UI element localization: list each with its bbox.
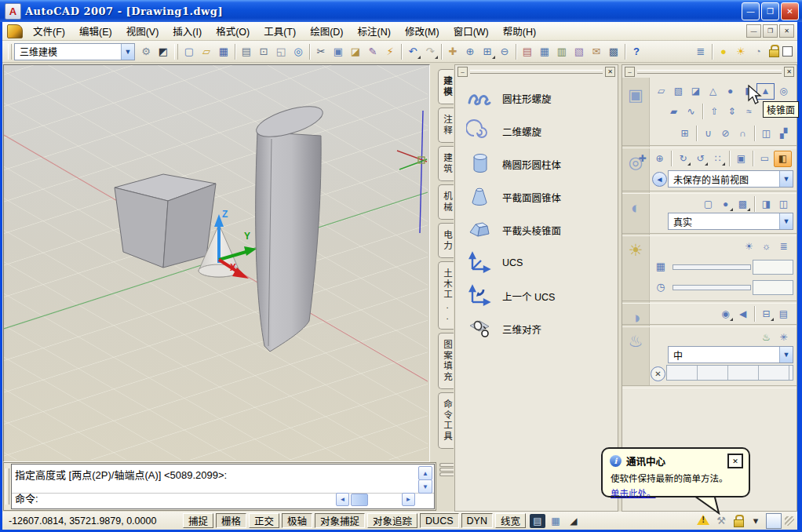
mdi-minimize-button[interactable]: — [746,24,761,38]
swivel-icon[interactable]: ↺ [692,151,709,166]
palette-item-ucs-previous[interactable]: 上一个 UCS [466,282,618,309]
tab-hatch[interactable]: 图案填充 [438,333,454,389]
light-list-icon[interactable]: ≣ [775,239,792,254]
zoom-previous-icon[interactable]: ⊖ [496,44,513,60]
toolbar-grip[interactable] [8,44,12,60]
tab-electrical[interactable]: 电力 [438,223,454,258]
face-color-mode-icon[interactable]: ▩ [735,197,751,212]
light-panel-icon[interactable]: ☀ [624,241,647,260]
chevron-down-icon[interactable]: ▼ [121,44,134,60]
palette-item-elliptical-cylinder[interactable]: 椭圆形圆柱体 [466,151,618,177]
etransmit-icon[interactable]: ◎ [290,44,307,60]
extrude-icon[interactable]: ⇧ [706,104,723,119]
palette-minimize-icon[interactable]: – [458,67,468,77]
toolbar-lock-wrench-icon[interactable]: ⚒ [714,514,728,528]
toolbar-grip[interactable] [174,44,178,60]
new-file-icon[interactable]: ▢ [180,44,198,60]
polar-toggle[interactable]: 极轴 [282,513,312,528]
intersect-icon[interactable]: ∩ [735,126,751,141]
parallel-projection-icon[interactable]: ▭ [756,151,773,166]
layer-color-swatch[interactable] [782,46,793,56]
press-pull-icon[interactable]: ⇕ [724,104,740,119]
zoom-icon[interactable]: ⊕ [651,151,668,166]
menu-help[interactable]: 帮助(H) [496,22,543,40]
visual-style-combo[interactable]: 真实 ▼ [668,213,793,230]
sun-date-slider[interactable] [673,264,751,270]
osnap-toggle[interactable]: 对象捕捉 [315,513,365,528]
menu-view[interactable]: 视图(V) [119,22,166,40]
dashboard-minimize-icon[interactable]: – [625,67,635,77]
camera-icon[interactable]: ▣ [733,151,749,166]
layout-icon[interactable]: ▦ [548,514,563,528]
pan-icon[interactable]: ✚ [444,44,461,60]
wedge-icon[interactable]: ◪ [687,84,704,99]
scroll-up-icon[interactable]: ▲ [418,466,432,480]
menu-dimension[interactable]: 标注(N) [351,22,398,40]
workspace-combo[interactable]: 三维建模 ▼ [14,43,135,60]
visual-style-panel-icon[interactable]: ◐ [624,199,647,217]
render-panel-icon[interactable]: ♨ [624,332,647,351]
3d-make-panel-icon[interactable]: ▣ [624,86,647,104]
snap-toggle[interactable]: 捕捉 [183,513,213,528]
palette-item-pyramid-frustum[interactable]: 平截头棱锥面 [466,217,618,243]
designcenter-icon[interactable]: ▦ [536,44,553,60]
workspace-settings-icon[interactable]: ⚙ [137,44,155,60]
chevron-down-icon[interactable]: ▼ [779,171,793,187]
orbit-icon[interactable]: ↻ [675,151,691,166]
sheet-set-manager-icon[interactable]: ▧ [571,44,588,60]
scroll-down-icon[interactable]: ▼ [418,479,432,494]
restore-view-icon[interactable]: ◄ [652,172,667,187]
visual-style-settings-icon[interactable]: ◫ [775,197,792,212]
help-icon[interactable]: ? [628,44,645,60]
helix-icon[interactable]: ∿ [683,104,699,119]
menu-draw[interactable]: 绘图(D) [303,22,350,40]
zoom-window-icon[interactable]: ⊞ [479,44,496,60]
coordinates-readout[interactable]: -12607.0814, 35721.9879, 0.0000 [5,516,183,527]
palette-item-helix[interactable]: 圆柱形螺旋 [466,85,618,111]
section-plane-icon[interactable]: ▞ [775,126,792,141]
bubble-close-icon[interactable]: ✕ [727,454,743,468]
palette-item-2d-spiral[interactable]: 二维螺旋 [466,118,618,144]
tab-civil[interactable]: 土木工.. [438,261,454,330]
quickcalc-icon[interactable]: ▩ [605,44,622,60]
block-editor-icon[interactable]: ⚡ [381,44,399,60]
minimize-button[interactable]: — [742,2,760,20]
palette-item-cone-frustum[interactable]: 平截面圆锥体 [466,184,618,210]
layer-lock-icon[interactable] [767,44,781,60]
resize-grip[interactable] [785,516,794,526]
dashboard-close-icon[interactable]: ✕ [784,67,794,77]
cut-icon[interactable]: ✂ [312,44,330,60]
scroll-left-icon[interactable]: ◄ [336,493,349,506]
menu-tools[interactable]: 工具(T) [257,22,303,40]
markup-set-manager-icon[interactable]: ✉ [588,44,605,60]
sun-status-icon[interactable]: ☀ [741,239,757,254]
frustum-box-solid[interactable] [115,174,216,268]
command-window-grip[interactable] [4,463,10,510]
close-button[interactable]: ✕ [781,2,799,20]
wireframe-swatch-icon[interactable]: ▢ [700,197,716,212]
menu-file[interactable]: 文件(F) [26,22,72,40]
render-quality-combo[interactable]: 中 ▼ [668,346,793,363]
sun-time-clock-icon[interactable]: ◷ [652,279,669,294]
polysolid-icon[interactable]: ▱ [653,84,669,99]
mdi-close-button[interactable]: ✕ [779,24,794,38]
comm-center-bubble[interactable]: i 通讯中心 ✕ 使软件保持最新的简单方法。 单击此处。 [601,447,750,497]
sun-time-value-box[interactable] [753,280,793,295]
ortho-toggle[interactable]: 正交 [249,513,279,528]
tab-modeling[interactable]: 建模 [438,69,454,104]
paste-icon[interactable]: ◪ [347,44,364,60]
menu-format[interactable]: 格式(O) [209,22,257,40]
otrack-toggle[interactable]: 对象追踪 [367,513,417,528]
slice-icon[interactable]: ◫ [758,126,775,141]
sphere-icon[interactable]: ● [722,84,738,99]
tab-mechanical[interactable]: 机械 [438,184,454,220]
planar-mapping-icon[interactable]: ⊟ [758,307,775,322]
palette-close-icon[interactable]: ✕ [605,67,615,77]
materials-sphere-icon[interactable]: ◉ [717,307,734,322]
torus-icon[interactable]: ◎ [775,84,792,99]
undo-icon[interactable]: ↶ [404,44,421,60]
sweep-icon[interactable]: ≈ [741,104,757,119]
plot-icon[interactable]: ▤ [238,44,255,60]
command-prompt[interactable]: 命令: [15,490,38,505]
model-space-icon[interactable]: ▤ [530,514,545,528]
